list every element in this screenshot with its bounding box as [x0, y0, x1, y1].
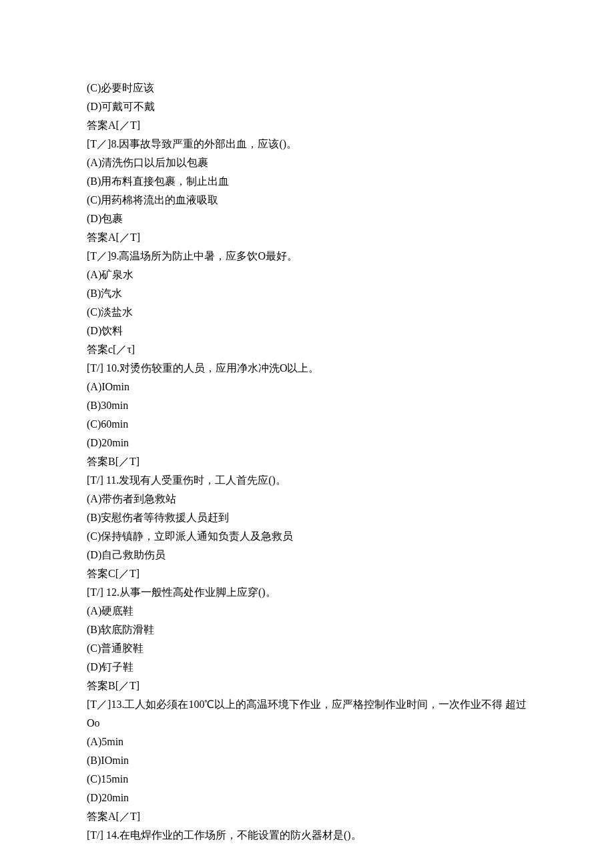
- text-line: [T/] 10.对烫伤较重的人员，应用净水冲洗O以上。: [87, 359, 527, 378]
- text-line: (D)钉子鞋: [87, 658, 527, 677]
- text-line: 答案C[／T]: [87, 564, 527, 583]
- text-line: [T／]9.高温场所为防止中暑，应多饮O最好。: [87, 247, 527, 266]
- text-line: (C)普通胶鞋: [87, 639, 527, 658]
- text-line: (B)安慰伤者等待救援人员赶到: [87, 508, 527, 527]
- text-line: (C)用药棉将流出的血液吸取: [87, 191, 527, 209]
- text-line: [T／]8.因事故导致严重的外部出血，应该()。: [87, 135, 527, 153]
- document-page: (C)必要时应该 (D)可戴可不戴 答案A[／T] [T／]8.因事故导致严重的…: [0, 0, 614, 868]
- text-line: (D)20min: [87, 789, 527, 807]
- text-line: 答案B[／T]: [87, 452, 527, 471]
- text-line: [T/] 11.发现有人受重伤时，工人首先应()。: [87, 471, 527, 490]
- text-line: (C)保持镇静，立即派人通知负责人及急救员: [87, 527, 527, 546]
- text-line: (D)饮料: [87, 322, 527, 340]
- text-line: (A)矿泉水: [87, 266, 527, 284]
- text-line: (A)5min: [87, 733, 527, 751]
- text-line: (B)用布料直接包裹，制止出血: [87, 172, 527, 191]
- text-line: (C)60min: [87, 415, 527, 434]
- text-line: (B)30min: [87, 396, 527, 415]
- text-line: 答案c[／τ]: [87, 340, 527, 359]
- text-line: (B)IOmin: [87, 751, 527, 770]
- text-line: 答案A[／T]: [87, 116, 527, 135]
- text-line: 答案B[／T]: [87, 677, 527, 695]
- text-line: (A)硬底鞋: [87, 602, 527, 620]
- text-line: (D)20min: [87, 434, 527, 452]
- text-line: (D)包裹: [87, 209, 527, 228]
- text-line: [T／]13.工人如必须在100℃以上的高温环境下作业，应严格控制作业时间，一次…: [87, 695, 527, 733]
- text-line: (D)可戴可不戴: [87, 97, 527, 116]
- text-line: (B)汽水: [87, 284, 527, 303]
- text-line: (B)软底防滑鞋: [87, 620, 527, 639]
- text-line: [T/] 12.从事一般性高处作业脚上应穿()。: [87, 583, 527, 602]
- text-line: (A)清洗伤口以后加以包裹: [87, 153, 527, 172]
- text-line: 答案A[／T]: [87, 807, 527, 826]
- text-line: (C)必要时应该: [87, 79, 527, 97]
- text-line: (A)带伤者到急救站: [87, 490, 527, 508]
- text-line: [T/] 14.在电焊作业的工作场所，不能设置的防火器材是()。: [87, 826, 527, 845]
- text-line: 答案A[／T]: [87, 228, 527, 247]
- text-line: (C)15min: [87, 770, 527, 789]
- text-line: (D)自己救助伤员: [87, 546, 527, 564]
- text-line: (C)淡盐水: [87, 303, 527, 322]
- text-line: (A)IOmin: [87, 378, 527, 396]
